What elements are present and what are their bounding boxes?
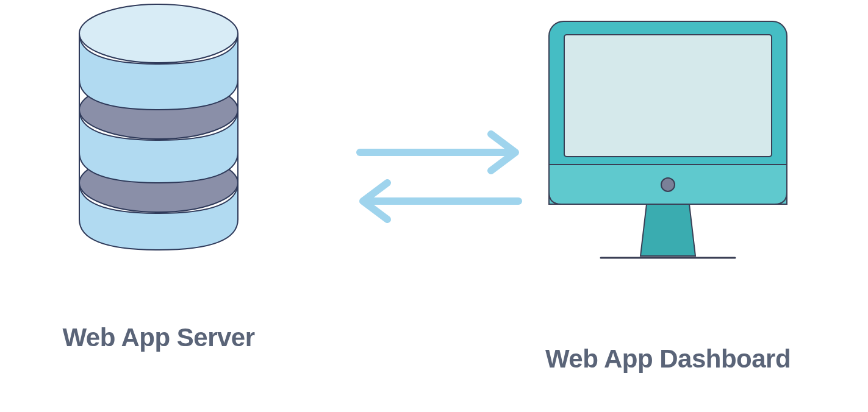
server-node: Web App Server [37, 0, 281, 352]
bidirectional-arrows-icon [354, 125, 525, 229]
database-icon [61, 0, 256, 286]
dashboard-label: Web App Dashboard [545, 344, 791, 374]
svg-point-8 [661, 178, 675, 191]
server-label: Web App Server [62, 323, 254, 352]
svg-rect-7 [564, 35, 772, 157]
dashboard-node: Web App Dashboard [531, 15, 805, 374]
architecture-diagram: Web App Server [0, 0, 868, 412]
monitor-icon [543, 15, 793, 271]
svg-point-2 [79, 4, 238, 63]
